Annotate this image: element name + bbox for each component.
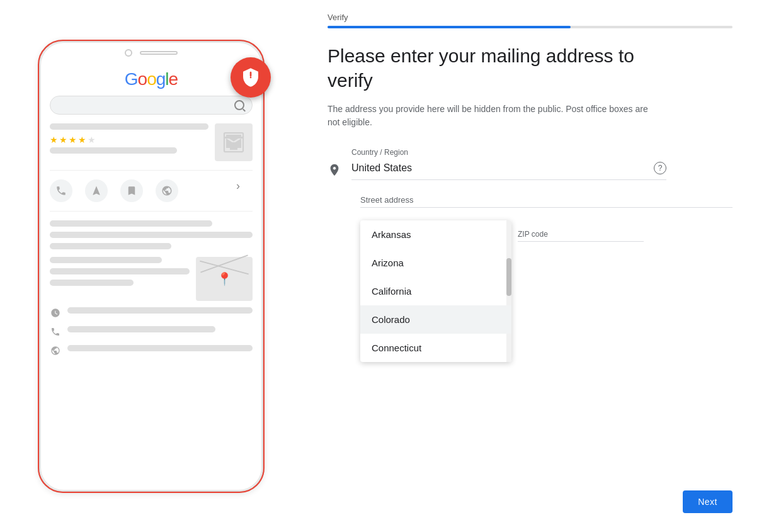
location-pin-icon — [328, 163, 341, 180]
globe-action-icon — [156, 179, 178, 202]
map-preview: 📍 — [50, 257, 253, 301]
dropdown-item-arizona[interactable]: Arizona — [360, 249, 511, 277]
skeleton-text-block — [50, 220, 253, 249]
phone-content: Google ★ ★ ★ ★ ★ — [40, 62, 263, 369]
dropdown-item-arkansas[interactable]: Arkansas — [360, 220, 511, 249]
bottom-rows — [50, 307, 253, 356]
dropdown-item-colorado[interactable]: Colorado — [360, 305, 511, 334]
shield-icon — [241, 67, 261, 88]
progress-label: Verify — [328, 13, 733, 22]
clock-row-icon — [50, 307, 61, 319]
progress-bar-track — [328, 26, 733, 28]
form-buttons: Next — [683, 490, 733, 513]
state-dropdown-container: Arkansas Arizona California Colorado Con… — [360, 220, 733, 362]
phone-row-1 — [50, 307, 253, 319]
phone-speaker — [140, 51, 178, 55]
phone-top-bar — [40, 42, 263, 62]
phone-camera — [125, 49, 132, 57]
phone-mockup: Google ★ ★ ★ ★ ★ — [38, 40, 265, 493]
map-thumbnail: 📍 — [196, 257, 253, 301]
skeleton-line-1 — [50, 123, 208, 130]
phone-search-bar[interactable] — [50, 96, 253, 115]
bookmark-icon — [126, 185, 137, 196]
skeleton-line-2 — [50, 147, 177, 154]
country-field-container: Country / Region United States ? — [351, 148, 666, 180]
next-button[interactable]: Next — [683, 490, 733, 513]
google-logo: Google — [50, 69, 253, 89]
phone-row-icon — [50, 326, 61, 337]
state-dropdown-list[interactable]: Arkansas Arizona California Colorado Con… — [360, 220, 511, 362]
store-card-info: ★ ★ ★ ★ ★ — [50, 123, 208, 161]
map-pin-icon: 📍 — [217, 271, 232, 286]
country-value-text: United States — [351, 162, 412, 174]
help-icon[interactable]: ? — [654, 162, 666, 174]
left-panel: Google ★ ★ ★ ★ ★ — [0, 0, 302, 532]
form-subtext: The address you provide here will be hid… — [328, 103, 655, 129]
shield-badge — [231, 57, 271, 98]
right-panel: Verify Please enter your mailing address… — [302, 0, 764, 532]
svg-rect-1 — [230, 142, 237, 150]
store-svg-icon — [222, 131, 245, 154]
store-icon — [215, 123, 253, 161]
country-field-row: Country / Region United States ? — [328, 148, 733, 180]
globe-icon — [161, 185, 173, 196]
store-card: ★ ★ ★ ★ ★ — [50, 123, 253, 171]
action-icons-row: › — [50, 179, 253, 212]
search-icon — [234, 100, 244, 110]
phone-row-2 — [50, 326, 253, 337]
globe-row-icon — [50, 345, 61, 356]
chevron-right-icon: › — [236, 179, 240, 193]
country-label: Country / Region — [351, 148, 666, 157]
street-address-label: Street address — [328, 195, 733, 205]
phone-mockup-wrapper: Google ★ ★ ★ ★ ★ — [38, 40, 265, 493]
phone-row-3 — [50, 345, 253, 356]
bookmark-action-icon — [120, 179, 143, 202]
phone-action-icon — [50, 179, 72, 202]
country-value: United States ? — [351, 159, 666, 180]
progress-bar-fill — [328, 26, 571, 28]
directions-action-icon — [85, 179, 108, 202]
dropdown-item-california[interactable]: California — [360, 277, 511, 305]
progress-section: Verify — [328, 13, 733, 28]
dropdown-item-connecticut[interactable]: Connecticut — [360, 334, 511, 362]
call-icon — [55, 185, 67, 196]
star-rating: ★ ★ ★ ★ ★ — [50, 135, 208, 145]
street-address-underline — [360, 207, 733, 208]
form-heading: Please enter your mailing address to ver… — [328, 43, 655, 93]
directions-icon — [91, 185, 102, 196]
